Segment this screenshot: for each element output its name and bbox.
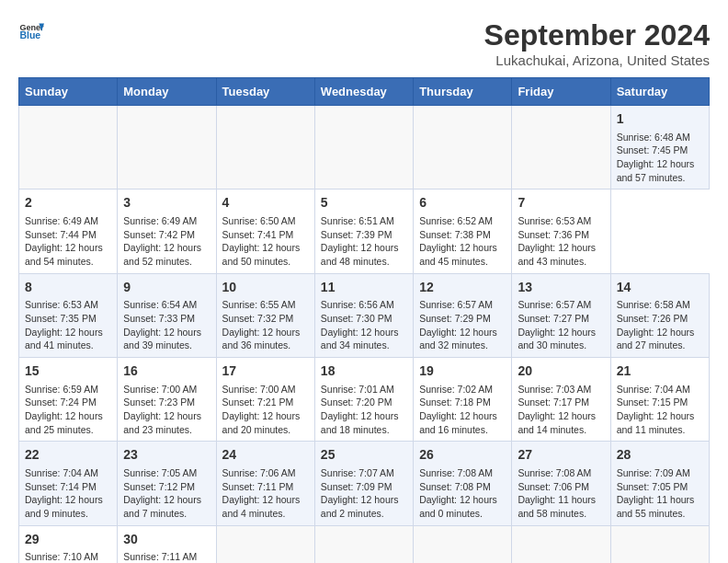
logo: General Blue [18, 18, 44, 44]
sunrise: Sunrise: 7:00 AM [222, 384, 296, 395]
daylight: Daylight: 12 hours and 4 minutes. [222, 494, 301, 519]
empty-cell [216, 525, 314, 563]
calendar-day-23: 23Sunrise: 7:05 AMSunset: 7:12 PMDayligh… [118, 442, 216, 525]
sunset: Sunset: 7:08 PM [419, 481, 491, 492]
daylight: Daylight: 12 hours and 57 minutes. [617, 158, 695, 183]
day-number: 23 [123, 446, 210, 465]
sunset: Sunset: 7:26 PM [617, 313, 688, 324]
day-number: 17 [222, 362, 309, 381]
calendar-week-1: 2Sunrise: 6:49 AMSunset: 7:44 PMDaylight… [19, 190, 710, 273]
empty-cell [414, 525, 512, 563]
day-number: 27 [518, 446, 604, 465]
daylight: Daylight: 11 hours and 58 minutes. [518, 494, 596, 519]
sunset: Sunset: 7:44 PM [25, 229, 97, 240]
sunset: Sunset: 7:14 PM [25, 481, 97, 492]
empty-cell [216, 106, 314, 190]
sunrise: Sunrise: 6:53 AM [25, 299, 98, 310]
calendar-day-22: 22Sunrise: 7:04 AMSunset: 7:14 PMDayligh… [19, 442, 118, 525]
sunset: Sunset: 7:33 PM [123, 313, 195, 324]
calendar-day-17: 17Sunrise: 7:00 AMSunset: 7:21 PMDayligh… [216, 358, 314, 442]
sunrise: Sunrise: 6:55 AM [222, 299, 296, 310]
sunset: Sunset: 7:24 PM [25, 396, 97, 408]
sunrise: Sunrise: 7:08 AM [518, 467, 591, 478]
day-number: 26 [419, 446, 506, 465]
daylight: Daylight: 12 hours and 41 minutes. [25, 327, 103, 351]
sunrise: Sunrise: 6:56 AM [321, 299, 394, 310]
daylight: Daylight: 12 hours and 16 minutes. [419, 410, 497, 435]
daylight: Daylight: 12 hours and 36 minutes. [222, 327, 301, 351]
calendar-day-25: 25Sunrise: 7:07 AMSunset: 7:09 PMDayligh… [314, 442, 413, 525]
sunrise: Sunrise: 7:11 AM [123, 551, 197, 562]
daylight: Daylight: 12 hours and 39 minutes. [123, 327, 201, 351]
day-number: 20 [518, 362, 604, 381]
sunrise: Sunrise: 7:10 AM [25, 551, 98, 562]
sunset: Sunset: 7:23 PM [123, 396, 195, 408]
sunset: Sunset: 7:12 PM [123, 481, 195, 492]
empty-cell [314, 106, 413, 190]
daylight: Daylight: 12 hours and 20 minutes. [222, 410, 301, 435]
daylight: Daylight: 12 hours and 25 minutes. [25, 410, 103, 435]
header-day-sunday: Sunday [19, 78, 118, 106]
calendar-week-0: 1Sunrise: 6:48 AMSunset: 7:45 PMDaylight… [19, 106, 710, 190]
day-number: 5 [321, 194, 407, 213]
sunrise: Sunrise: 7:03 AM [518, 384, 591, 395]
svg-text:Blue: Blue [19, 29, 40, 40]
daylight: Daylight: 12 hours and 50 minutes. [222, 242, 301, 267]
day-number: 25 [321, 446, 407, 465]
empty-cell [118, 106, 216, 190]
sunset: Sunset: 7:36 PM [518, 229, 589, 240]
calendar-day-19: 19Sunrise: 7:02 AMSunset: 7:18 PMDayligh… [414, 358, 512, 442]
daylight: Daylight: 12 hours and 48 minutes. [321, 242, 399, 267]
title-area: September 2024 Lukachukai, Arizona, Unit… [484, 18, 710, 68]
daylight: Daylight: 12 hours and 9 minutes. [25, 494, 103, 519]
empty-cell [414, 106, 512, 190]
daylight: Daylight: 12 hours and 11 minutes. [617, 410, 695, 435]
day-number: 3 [123, 194, 210, 213]
empty-cell [314, 525, 413, 563]
day-number: 19 [419, 362, 506, 381]
daylight: Daylight: 12 hours and 7 minutes. [123, 494, 201, 519]
sunrise: Sunrise: 6:59 AM [25, 384, 98, 395]
day-number: 30 [123, 531, 210, 549]
sunset: Sunset: 7:41 PM [222, 229, 294, 240]
page-header: General Blue September 2024 Lukachukai, … [18, 18, 710, 68]
day-number: 7 [518, 194, 604, 213]
sunrise: Sunrise: 6:48 AM [617, 132, 690, 143]
sunset: Sunset: 7:27 PM [518, 313, 589, 324]
day-number: 9 [123, 279, 210, 297]
sunset: Sunset: 7:42 PM [123, 229, 195, 240]
daylight: Daylight: 12 hours and 18 minutes. [321, 410, 399, 435]
calendar-day-9: 9Sunrise: 6:54 AMSunset: 7:33 PMDaylight… [118, 273, 216, 357]
sunrise: Sunrise: 6:57 AM [518, 299, 591, 310]
daylight: Daylight: 12 hours and 27 minutes. [617, 327, 695, 351]
sunset: Sunset: 7:11 PM [222, 481, 294, 492]
calendar-table: SundayMondayTuesdayWednesdayThursdayFrid… [18, 77, 710, 563]
header-row: SundayMondayTuesdayWednesdayThursdayFrid… [19, 78, 710, 106]
day-number: 18 [321, 362, 407, 381]
sunrise: Sunrise: 6:52 AM [419, 215, 493, 226]
calendar-day-3: 3Sunrise: 6:49 AMSunset: 7:42 PMDaylight… [118, 190, 216, 273]
sunrise: Sunrise: 6:51 AM [321, 215, 394, 226]
sunrise: Sunrise: 6:50 AM [222, 215, 296, 226]
calendar-day-28: 28Sunrise: 7:09 AMSunset: 7:05 PMDayligh… [610, 442, 709, 525]
sunrise: Sunrise: 7:01 AM [321, 384, 394, 395]
daylight: Daylight: 12 hours and 45 minutes. [419, 242, 497, 267]
day-number: 21 [617, 362, 703, 381]
day-number: 16 [123, 362, 210, 381]
daylight: Daylight: 12 hours and 2 minutes. [321, 494, 399, 519]
calendar-day-15: 15Sunrise: 6:59 AMSunset: 7:24 PMDayligh… [19, 358, 118, 442]
calendar-day-14: 14Sunrise: 6:58 AMSunset: 7:26 PMDayligh… [610, 273, 709, 357]
sunset: Sunset: 7:20 PM [321, 396, 392, 408]
calendar-day-29: 29Sunrise: 7:10 AMSunset: 7:03 PMDayligh… [19, 525, 118, 563]
calendar-day-4: 4Sunrise: 6:50 AMSunset: 7:41 PMDaylight… [216, 190, 314, 273]
calendar-day-1: 1Sunrise: 6:48 AMSunset: 7:45 PMDaylight… [610, 106, 709, 190]
daylight: Daylight: 12 hours and 43 minutes. [518, 242, 596, 267]
day-number: 2 [25, 194, 111, 213]
calendar-day-10: 10Sunrise: 6:55 AMSunset: 7:32 PMDayligh… [216, 273, 314, 357]
day-number: 4 [222, 194, 309, 213]
sunrise: Sunrise: 7:02 AM [419, 384, 493, 395]
calendar-day-13: 13Sunrise: 6:57 AMSunset: 7:27 PMDayligh… [512, 273, 610, 357]
sunset: Sunset: 7:45 PM [617, 144, 688, 155]
calendar-day-30: 30Sunrise: 7:11 AMSunset: 7:02 PMDayligh… [118, 525, 216, 563]
empty-cell [610, 525, 709, 563]
